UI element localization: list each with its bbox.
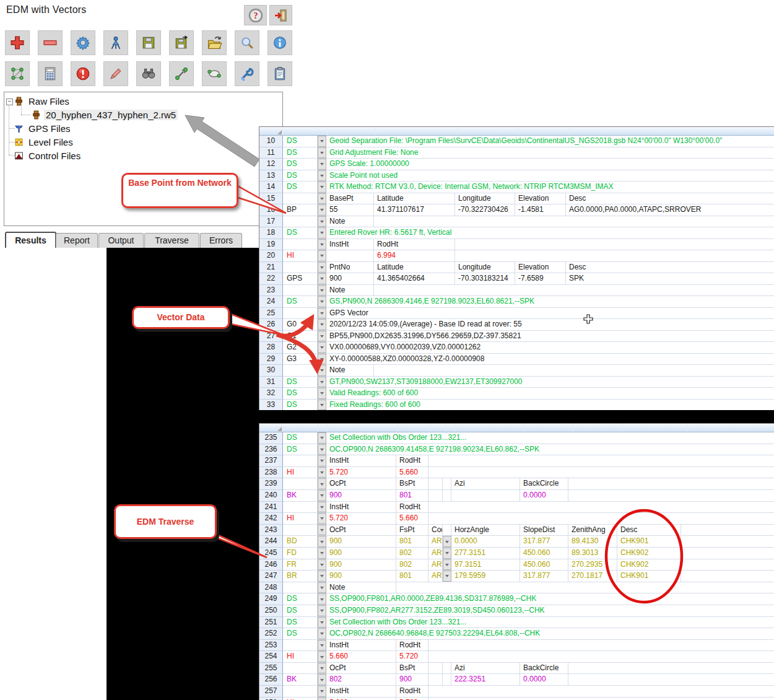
row-number[interactable]: 254 bbox=[259, 651, 283, 663]
tree-item-raw-files[interactable]: Raw Files bbox=[14, 95, 71, 107]
dropdown-button[interactable] bbox=[318, 285, 326, 296]
data-cell[interactable]: Note bbox=[326, 582, 396, 594]
empty-cell[interactable] bbox=[568, 490, 774, 502]
empty-cell[interactable] bbox=[568, 663, 774, 675]
empty-cell[interactable] bbox=[428, 467, 774, 479]
data-cell[interactable]: 802 bbox=[326, 674, 396, 686]
empty-cell[interactable] bbox=[681, 571, 774, 582]
data-cell[interactable]: BsPt bbox=[396, 478, 428, 490]
record-code-cell[interactable]: DS bbox=[283, 227, 318, 239]
data-cell[interactable] bbox=[428, 663, 443, 675]
empty-cell[interactable] bbox=[374, 216, 774, 228]
data-cell[interactable] bbox=[428, 674, 443, 686]
data-cell[interactable] bbox=[443, 525, 451, 536]
data-cell[interactable]: BackCircle bbox=[520, 663, 568, 675]
row-number[interactable]: 22 bbox=[259, 273, 283, 285]
data-cell[interactable]: CHK902 bbox=[617, 559, 681, 571]
record-code-cell[interactable] bbox=[283, 663, 318, 675]
info-button[interactable] bbox=[267, 30, 292, 55]
dropdown-button[interactable] bbox=[318, 686, 326, 697]
dropdown-button[interactable] bbox=[443, 536, 451, 547]
record-text-cell[interactable]: RTK Method: RTCM V3.0, Device: Internal … bbox=[326, 182, 774, 193]
record-code-cell[interactable]: DS bbox=[283, 159, 318, 170]
dropdown-button[interactable] bbox=[318, 651, 326, 662]
tab-output[interactable]: Output bbox=[98, 233, 144, 248]
data-cell[interactable] bbox=[428, 490, 443, 502]
data-cell[interactable]: 900 bbox=[326, 536, 396, 548]
row-number[interactable]: 13 bbox=[259, 170, 283, 182]
dropdown-button[interactable] bbox=[318, 170, 326, 182]
record-code-cell[interactable] bbox=[283, 525, 318, 536]
empty-cell[interactable] bbox=[428, 455, 774, 467]
record-code-cell[interactable] bbox=[283, 640, 318, 652]
data-cell[interactable]: AR bbox=[428, 536, 443, 548]
empty-cell[interactable] bbox=[374, 285, 774, 297]
row-number[interactable]: 239 bbox=[259, 478, 283, 490]
data-cell[interactable]: 89.4130 bbox=[568, 536, 617, 548]
data-cell[interactable]: 317.877 bbox=[520, 536, 568, 548]
data-cell[interactable] bbox=[443, 674, 451, 686]
data-cell[interactable]: -1.4581 bbox=[515, 204, 566, 216]
record-code-cell[interactable]: DS bbox=[283, 388, 318, 400]
row-number[interactable]: 246 bbox=[259, 559, 283, 571]
record-code-cell[interactable]: FR bbox=[283, 559, 318, 571]
record-code-cell[interactable]: DS bbox=[283, 400, 318, 411]
dropdown-button[interactable] bbox=[318, 342, 326, 353]
row-number[interactable]: 17 bbox=[259, 216, 283, 228]
data-cell[interactable]: 6.994 bbox=[374, 250, 455, 262]
dropdown-button[interactable] bbox=[318, 490, 326, 501]
row-number[interactable]: 242 bbox=[259, 513, 283, 525]
tab-errors[interactable]: Errors bbox=[200, 233, 242, 248]
data-cell[interactable]: 222.3251 bbox=[451, 674, 520, 686]
data-cell[interactable]: AR bbox=[428, 548, 443, 559]
report-button[interactable] bbox=[267, 61, 292, 86]
ellipse-nodes-button[interactable] bbox=[202, 61, 227, 86]
tools-button[interactable] bbox=[235, 61, 259, 86]
row-number[interactable]: 26 bbox=[259, 319, 283, 331]
record-code-cell[interactable] bbox=[283, 502, 318, 514]
row-number[interactable]: 25 bbox=[259, 308, 283, 320]
row-number[interactable]: 257 bbox=[259, 686, 283, 698]
data-cell[interactable]: ZenithAng bbox=[568, 525, 617, 536]
record-code-cell[interactable]: HI bbox=[283, 467, 318, 479]
record-text-cell[interactable]: Entered Rover HR: 6.5617 ft, Vertical bbox=[326, 227, 774, 239]
exit-button[interactable] bbox=[269, 5, 292, 25]
data-cell[interactable]: BsPt bbox=[396, 663, 428, 675]
vector-button[interactable] bbox=[169, 61, 194, 86]
tree-item-level-files[interactable]: Level Files bbox=[14, 136, 75, 148]
row-number[interactable]: 250 bbox=[259, 605, 283, 617]
dropdown-button[interactable] bbox=[318, 262, 326, 273]
dropdown-button[interactable] bbox=[318, 204, 326, 216]
record-code-cell[interactable] bbox=[283, 478, 318, 490]
record-text-cell[interactable]: OC,OP802,N 2686640.96848,E 927503.22294,… bbox=[326, 628, 774, 640]
dropdown-button[interactable] bbox=[443, 548, 451, 559]
row-number[interactable]: 31 bbox=[259, 377, 283, 388]
row-number[interactable]: 255 bbox=[259, 663, 283, 675]
empty-cell[interactable] bbox=[681, 548, 774, 559]
dropdown-button[interactable] bbox=[318, 388, 326, 399]
row-number[interactable]: 235 bbox=[259, 432, 283, 444]
record-code-cell[interactable]: DS bbox=[283, 628, 318, 640]
data-cell[interactable]: 41.371107617 bbox=[374, 204, 455, 216]
data-cell[interactable]: 5.720 bbox=[396, 651, 428, 663]
data-cell[interactable]: BasePt bbox=[326, 193, 374, 205]
record-code-cell[interactable] bbox=[283, 582, 318, 594]
record-code-cell[interactable]: HI bbox=[283, 513, 318, 525]
record-text-cell[interactable]: GS,PN900,N 2686309.4146,E 927198.9023,EL… bbox=[326, 296, 774, 308]
record-code-cell[interactable]: HI bbox=[283, 698, 318, 700]
empty-cell[interactable] bbox=[396, 582, 774, 594]
data-cell[interactable] bbox=[443, 663, 451, 675]
tree-item-20-hyphen-437-hyphen-2-rw5[interactable]: 20_hyphen_437_hyphen_2.rw5 bbox=[32, 108, 178, 121]
data-cell[interactable]: 450.060 bbox=[520, 559, 568, 571]
record-code-cell[interactable]: HI bbox=[283, 250, 318, 262]
data-cell[interactable]: Elevation bbox=[515, 262, 566, 274]
data-cell[interactable]: RodHt bbox=[396, 502, 428, 514]
dropdown-button[interactable] bbox=[443, 571, 451, 582]
empty-cell[interactable] bbox=[681, 536, 774, 548]
data-cell[interactable]: AG0.0000,PA0.0000,ATAPC,SRROVER bbox=[566, 204, 774, 216]
search-button[interactable] bbox=[235, 30, 259, 55]
data-cell[interactable]: 317.877 bbox=[520, 571, 568, 582]
record-code-cell[interactable]: DS bbox=[283, 147, 318, 159]
data-cell[interactable]: 900 bbox=[326, 548, 396, 559]
tab-report[interactable]: Report bbox=[56, 233, 98, 248]
